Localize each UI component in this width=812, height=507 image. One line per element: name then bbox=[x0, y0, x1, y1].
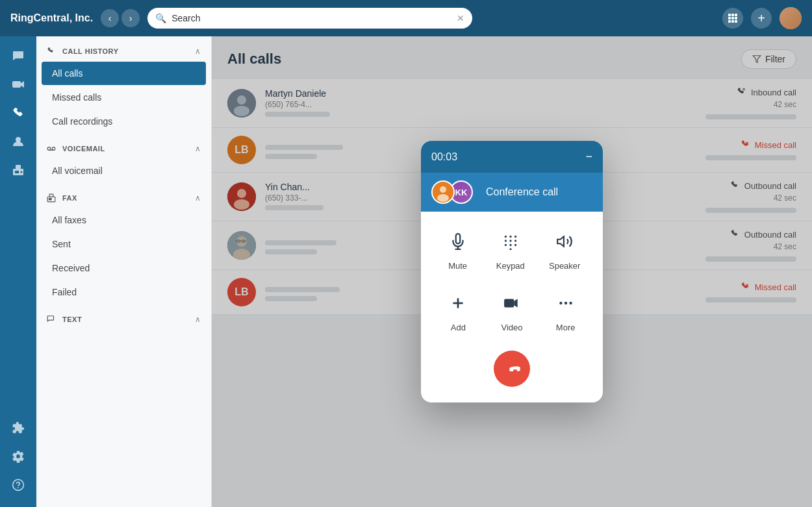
svg-point-10 bbox=[16, 137, 21, 142]
video-icon-nav[interactable] bbox=[6, 73, 30, 96]
end-call-button[interactable] bbox=[494, 351, 530, 387]
text-toggle[interactable]: ∧ bbox=[195, 315, 201, 324]
call-overlay: 00:03 − KK C bbox=[212, 36, 812, 507]
svg-marker-54 bbox=[557, 236, 564, 246]
end-call-row bbox=[431, 351, 592, 387]
search-input[interactable] bbox=[171, 13, 451, 23]
puzzle-icon-nav[interactable] bbox=[6, 416, 30, 439]
sidebar: CALL HISTORY ∧ All calls Missed calls Ca… bbox=[36, 36, 212, 507]
sidebar-item-all-calls[interactable]: All calls bbox=[42, 62, 206, 85]
svg-point-44 bbox=[505, 236, 507, 238]
voicemail-toggle[interactable]: ∧ bbox=[195, 144, 201, 153]
svg-rect-57 bbox=[504, 299, 514, 308]
back-button[interactable]: ‹ bbox=[101, 9, 119, 27]
keypad-label: Keypad bbox=[496, 261, 525, 271]
sidebar-item-sent[interactable]: Sent bbox=[42, 232, 206, 256]
call-modal-body: Mute Ke bbox=[421, 212, 603, 402]
call-controls-row-2: Add Video bbox=[431, 289, 592, 332]
svg-rect-5 bbox=[735, 17, 737, 19]
call-history-header[interactable]: CALL HISTORY ∧ bbox=[36, 36, 211, 61]
svg-point-46 bbox=[514, 236, 516, 238]
text-header[interactable]: TEXT ∧ bbox=[36, 304, 211, 329]
svg-point-41 bbox=[437, 194, 449, 202]
settings-icon-nav[interactable] bbox=[6, 445, 30, 468]
main-layout: CALL HISTORY ∧ All calls Missed calls Ca… bbox=[0, 36, 812, 507]
app-logo: RingCentral, Inc. bbox=[10, 12, 93, 24]
messages-icon-nav[interactable] bbox=[6, 44, 30, 68]
sidebar-item-missed-calls[interactable]: Missed calls bbox=[42, 86, 206, 109]
more-button[interactable]: More bbox=[552, 289, 580, 332]
conference-avatar-1 bbox=[431, 180, 455, 204]
sidebar-item-all-faxes[interactable]: All faxes bbox=[42, 208, 206, 232]
minimize-button[interactable]: − bbox=[585, 150, 592, 164]
voicemail-header[interactable]: VOICEMAIL ∧ bbox=[36, 134, 211, 158]
sidebar-item-all-voicemail[interactable]: All voicemail bbox=[42, 159, 206, 182]
search-clear-icon[interactable]: ✕ bbox=[457, 13, 464, 23]
add-label: Add bbox=[451, 323, 466, 332]
svg-rect-3 bbox=[728, 17, 731, 19]
user-avatar[interactable] bbox=[780, 7, 802, 29]
svg-point-16 bbox=[18, 487, 19, 488]
fax-header[interactable]: FAX ∧ bbox=[36, 183, 211, 208]
call-history-title: CALL HISTORY bbox=[47, 47, 118, 56]
video-label: Video bbox=[501, 323, 522, 332]
phone-icon-nav[interactable] bbox=[6, 101, 30, 125]
speaker-label: Speaker bbox=[549, 261, 580, 271]
call-modal-header: 00:03 − bbox=[421, 141, 603, 173]
svg-point-45 bbox=[509, 236, 511, 238]
svg-rect-13 bbox=[15, 171, 19, 173]
keypad-button[interactable]: Keypad bbox=[496, 227, 525, 271]
svg-point-18 bbox=[52, 147, 55, 151]
svg-rect-0 bbox=[728, 14, 731, 16]
conference-avatars: KK bbox=[431, 180, 468, 204]
mute-button[interactable]: Mute bbox=[444, 227, 472, 271]
sidebar-item-received[interactable]: Received bbox=[42, 256, 206, 280]
sidebar-item-call-recordings[interactable]: Call recordings bbox=[42, 110, 206, 133]
add-icon bbox=[444, 289, 472, 317]
svg-point-58 bbox=[559, 302, 562, 304]
fax-icon-nav[interactable] bbox=[6, 158, 30, 182]
fax-section: FAX ∧ All faxes Sent Received Failed bbox=[36, 183, 211, 304]
svg-rect-8 bbox=[735, 20, 737, 23]
svg-point-52 bbox=[514, 244, 516, 246]
grid-button[interactable] bbox=[722, 8, 743, 29]
svg-point-53 bbox=[509, 248, 511, 250]
call-modal: 00:03 − KK C bbox=[421, 141, 603, 402]
svg-rect-4 bbox=[731, 17, 734, 19]
keypad-icon bbox=[496, 227, 525, 256]
video-button[interactable]: Video bbox=[498, 289, 526, 332]
svg-rect-7 bbox=[731, 20, 734, 23]
svg-point-48 bbox=[509, 240, 511, 241]
speaker-button[interactable]: Speaker bbox=[549, 227, 580, 271]
text-title: TEXT bbox=[47, 315, 82, 324]
nav-buttons: ‹ › bbox=[101, 9, 140, 27]
video-icon bbox=[498, 289, 526, 317]
call-history-toggle[interactable]: ∧ bbox=[195, 47, 201, 56]
help-icon-nav[interactable] bbox=[6, 473, 30, 497]
more-label: More bbox=[556, 323, 576, 332]
add-button[interactable]: Add bbox=[444, 289, 472, 332]
search-bar: 🔍 ✕ bbox=[147, 8, 472, 29]
svg-point-49 bbox=[514, 240, 516, 241]
sidebar-item-failed[interactable]: Failed bbox=[42, 280, 206, 304]
svg-point-50 bbox=[505, 244, 507, 246]
svg-point-47 bbox=[505, 240, 507, 241]
icon-bar-bottom bbox=[6, 416, 30, 507]
conference-label: Conference call bbox=[486, 186, 558, 198]
topbar: RingCentral, Inc. ‹ › 🔍 ✕ + bbox=[0, 0, 812, 36]
add-button[interactable]: + bbox=[751, 8, 772, 29]
svg-point-14 bbox=[21, 171, 23, 173]
topbar-right: + bbox=[722, 7, 802, 29]
mute-label: Mute bbox=[448, 261, 467, 271]
voicemail-title: VOICEMAIL bbox=[47, 144, 105, 153]
svg-point-40 bbox=[440, 186, 446, 193]
fax-toggle[interactable]: ∧ bbox=[195, 193, 201, 203]
svg-rect-9 bbox=[12, 81, 21, 88]
contacts-icon-nav[interactable] bbox=[6, 130, 30, 153]
svg-rect-1 bbox=[731, 14, 734, 16]
forward-button[interactable]: › bbox=[121, 9, 140, 27]
icon-bar bbox=[0, 36, 36, 507]
fax-title: FAX bbox=[47, 193, 77, 203]
mute-icon bbox=[444, 227, 472, 256]
conference-bar: KK Conference call bbox=[421, 173, 603, 212]
